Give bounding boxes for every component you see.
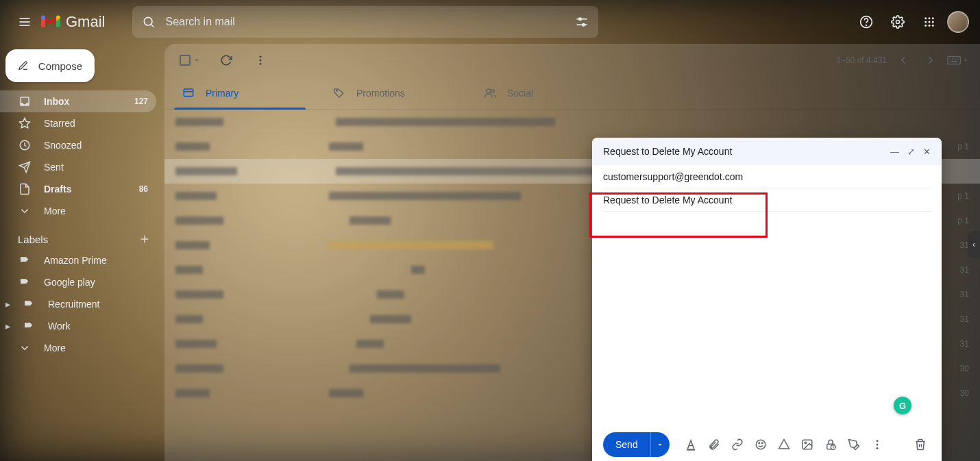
link-icon[interactable] — [727, 434, 748, 455]
sidebar-item-label: More — [44, 205, 66, 216]
svg-point-8 — [583, 24, 585, 26]
fullscreen-icon[interactable]: ⤢ — [907, 147, 915, 157]
mail-panel: 1–50 of 4,431 Primary Promotions Social — [164, 44, 980, 461]
tab-label: Social — [507, 88, 533, 99]
pagination-range: 1–50 of 4,431 — [837, 55, 887, 65]
label-google-play[interactable]: Google play — [0, 271, 156, 293]
tag-icon — [18, 255, 32, 266]
svg-point-46 — [805, 442, 806, 443]
sidebar-item-sent[interactable]: Sent — [0, 156, 156, 178]
image-icon[interactable] — [797, 434, 818, 455]
sidebar-item-drafts[interactable]: Drafts 86 — [0, 178, 156, 200]
compose-to-field[interactable] — [603, 165, 931, 188]
subject-input[interactable] — [603, 195, 931, 205]
mail-toolbar: 1–50 of 4,431 — [164, 44, 980, 77]
compose-header[interactable]: Request to Delete My Account — ⤢ ✕ — [592, 138, 942, 165]
sidebar: Compose Inbox 127 Starred Snoozed Sent D… — [0, 44, 164, 461]
row-date: p 1 — [957, 216, 969, 225]
svg-point-6 — [579, 18, 581, 20]
main-menu-icon[interactable] — [11, 8, 38, 36]
label-more[interactable]: More — [0, 337, 156, 359]
sidebar-item-label: Sent — [44, 162, 64, 173]
svg-point-40 — [491, 89, 495, 92]
gmail-logo[interactable]: Gmail — [41, 13, 105, 31]
compose-body[interactable] — [603, 216, 931, 424]
apps-icon[interactable] — [916, 8, 943, 36]
search-input[interactable] — [165, 16, 565, 28]
account-avatar[interactable] — [947, 11, 969, 33]
row-date: 31 — [960, 265, 969, 275]
svg-rect-35 — [951, 61, 957, 62]
emoji-icon[interactable] — [750, 434, 771, 455]
svg-point-11 — [896, 21, 900, 24]
side-panel-toggle[interactable]: ‹ — [968, 231, 980, 258]
attach-icon[interactable] — [704, 434, 724, 455]
grammarly-icon[interactable]: G — [894, 397, 911, 414]
label-recruitment[interactable]: ▸ Recruitment — [0, 293, 156, 315]
svg-point-27 — [260, 55, 262, 58]
row-date: p 1 — [957, 191, 969, 201]
select-all-checkbox[interactable] — [175, 51, 206, 70]
svg-marker-21 — [20, 119, 30, 128]
minimize-icon[interactable]: — — [890, 147, 899, 157]
drive-icon[interactable] — [774, 434, 794, 455]
send-more-icon[interactable] — [650, 432, 670, 457]
row-date: 31 — [960, 314, 969, 324]
svg-rect-34 — [957, 58, 959, 60]
search-bar[interactable] — [132, 6, 598, 38]
sidebar-item-label: Snoozed — [44, 140, 82, 151]
compose-subject-field[interactable] — [603, 188, 931, 212]
discard-icon[interactable] — [910, 434, 931, 455]
svg-point-49 — [876, 440, 878, 442]
row-date: 30 — [960, 388, 969, 398]
label-work[interactable]: ▸ Work — [0, 315, 156, 337]
tag-icon — [22, 321, 36, 332]
tab-primary[interactable]: Primary — [171, 77, 322, 109]
expand-arrow-icon[interactable]: ▸ — [5, 321, 12, 332]
format-text-icon[interactable] — [681, 434, 701, 455]
svg-point-19 — [929, 25, 931, 27]
svg-point-20 — [932, 25, 934, 27]
add-label-icon[interactable] — [138, 233, 151, 245]
sidebar-item-more[interactable]: More — [0, 200, 156, 222]
row-date: 31 — [960, 339, 969, 349]
compose-button[interactable]: Compose — [5, 49, 95, 82]
refresh-icon[interactable] — [212, 47, 240, 74]
confidential-icon[interactable] — [820, 434, 841, 455]
prev-page-icon[interactable] — [892, 49, 914, 71]
label-text: Google play — [44, 277, 95, 288]
to-input[interactable] — [603, 171, 931, 182]
svg-point-39 — [487, 89, 491, 93]
svg-rect-36 — [184, 89, 193, 97]
next-page-icon[interactable] — [920, 49, 942, 71]
label-text: More — [44, 342, 66, 353]
sidebar-item-inbox[interactable]: Inbox 127 — [0, 90, 156, 112]
expand-arrow-icon[interactable]: ▸ — [5, 299, 12, 310]
topbar: Gmail — [0, 0, 980, 44]
svg-rect-31 — [950, 58, 951, 60]
search-options-icon[interactable] — [575, 15, 589, 29]
sidebar-item-snoozed[interactable]: Snoozed — [0, 134, 156, 156]
search-icon[interactable] — [142, 15, 156, 29]
signature-icon[interactable] — [844, 434, 864, 455]
svg-rect-32 — [952, 58, 953, 60]
row-date: 31 — [960, 290, 969, 299]
sidebar-item-starred[interactable]: Starred — [0, 112, 156, 134]
input-tools-icon[interactable] — [947, 49, 969, 71]
tab-social[interactable]: Social — [473, 77, 624, 109]
close-icon[interactable]: ✕ — [923, 147, 931, 157]
mail-row[interactable] — [164, 110, 980, 134]
label-amazon-prime[interactable]: Amazon Prime — [0, 249, 156, 271]
drafts-count: 86 — [139, 184, 148, 194]
support-icon[interactable] — [853, 8, 880, 36]
more-icon[interactable] — [247, 47, 274, 74]
tab-promotions[interactable]: Promotions — [322, 77, 473, 109]
svg-point-42 — [756, 440, 765, 449]
settings-icon[interactable] — [884, 8, 911, 36]
sidebar-item-label: Drafts — [44, 184, 71, 195]
more-options-icon[interactable] — [867, 434, 887, 455]
send-icon — [18, 161, 32, 173]
send-button[interactable]: Send — [603, 432, 650, 457]
tag-icon — [22, 299, 36, 310]
svg-point-29 — [260, 63, 262, 65]
